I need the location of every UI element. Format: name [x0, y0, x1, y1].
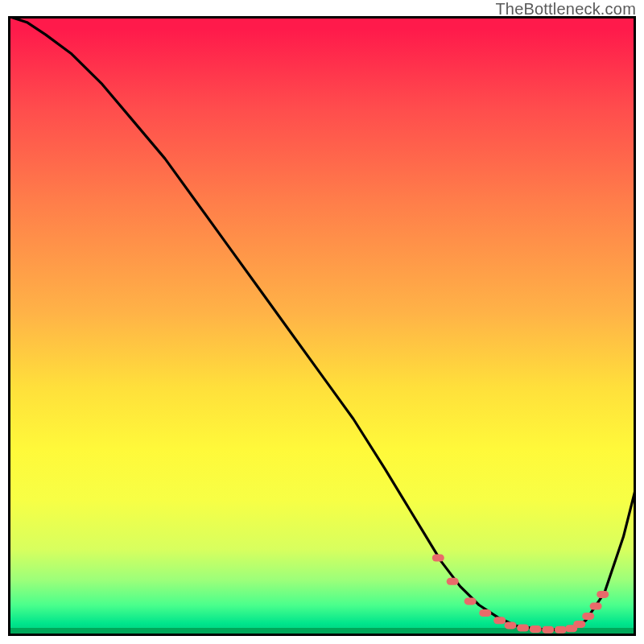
marker-dot [432, 555, 444, 562]
marker-dot [590, 603, 602, 610]
marker-dot [505, 621, 517, 629]
marker-dot [530, 625, 542, 633]
marker-dot [464, 597, 477, 605]
marker-dot [573, 621, 585, 628]
chart-frame [8, 16, 636, 636]
marker-dot [493, 617, 506, 624]
marker-dot [597, 591, 609, 598]
chart-svg [8, 16, 636, 636]
marker-dot [517, 625, 529, 632]
marker-dot [447, 578, 459, 585]
marker-dot [555, 626, 567, 634]
optimal-range-markers [432, 555, 609, 634]
marker-dot [542, 626, 554, 634]
marker-dot [582, 613, 594, 620]
marker-dot [479, 609, 491, 617]
bottleneck-curve [8, 16, 636, 630]
